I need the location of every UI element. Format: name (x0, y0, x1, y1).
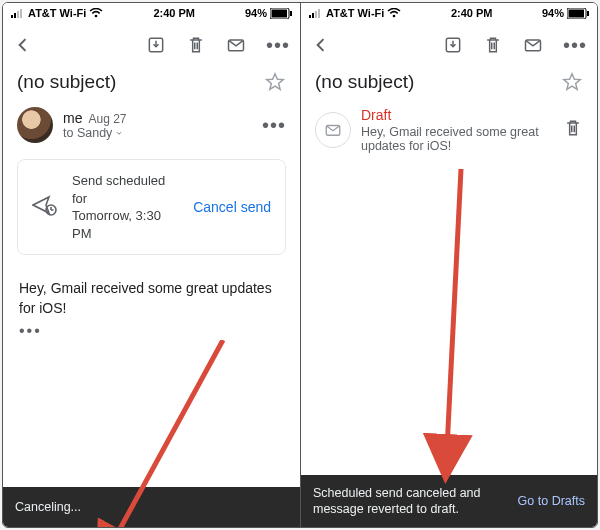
svg-rect-1 (14, 13, 16, 18)
toast-message: Scheduled send canceled and message reve… (313, 485, 518, 518)
battery-label: 94% (542, 7, 564, 19)
schedule-line1: Send scheduled for (72, 172, 179, 207)
toast: Canceling... (3, 487, 300, 527)
status-bar: AT&T Wi-Fi 2:40 PM 94% (3, 3, 300, 23)
more-button[interactable]: ••• (563, 35, 587, 55)
svg-rect-2 (17, 11, 19, 18)
go-to-drafts-button[interactable]: Go to Drafts (518, 493, 585, 509)
schedule-line2: Tomorrow, 3:30 PM (72, 207, 179, 242)
subject-row: (no subject) (3, 67, 300, 101)
star-button[interactable] (264, 71, 286, 93)
pane-scheduled-email: AT&T Wi-Fi 2:40 PM 94% ••• (no subject) (3, 3, 300, 527)
status-bar: AT&T Wi-Fi 2:40 PM 94% (301, 3, 597, 23)
svg-rect-7 (290, 11, 292, 16)
carrier-label: AT&T Wi-Fi (28, 7, 86, 19)
wifi-icon (387, 8, 401, 18)
to-line: to Sandy (63, 126, 112, 140)
svg-point-24 (393, 15, 396, 18)
subject-text: (no subject) (315, 71, 414, 93)
sender-date: Aug 27 (88, 112, 126, 126)
draft-row[interactable]: Draft Hey, Gmail received some great upd… (301, 101, 597, 159)
toast: Scheduled send canceled and message reve… (301, 475, 597, 528)
sender-name: me (63, 110, 82, 126)
subject-text: (no subject) (17, 71, 116, 93)
subject-row: (no subject) (301, 67, 597, 101)
annotation-arrow (301, 159, 598, 489)
time-label: 2:40 PM (153, 7, 195, 19)
draft-label: Draft (361, 107, 553, 123)
envelope-icon (324, 121, 342, 139)
message-more-button[interactable]: ••• (262, 115, 286, 135)
svg-point-4 (95, 15, 98, 18)
draft-snippet: Hey, Gmail received some great updates f… (361, 123, 553, 153)
signal-icon (11, 8, 25, 18)
delete-draft-button[interactable] (563, 118, 583, 142)
message-body: Hey, Gmail received some great updates f… (3, 265, 300, 322)
svg-marker-14 (267, 74, 284, 90)
battery-label: 94% (245, 7, 267, 19)
battery-icon (567, 8, 589, 19)
time-label: 2:40 PM (451, 7, 493, 19)
svg-rect-6 (272, 9, 288, 17)
mark-unread-button[interactable] (226, 35, 246, 55)
back-button[interactable] (13, 35, 33, 55)
nav-bar: ••• (301, 23, 597, 67)
mark-unread-button[interactable] (523, 35, 543, 55)
schedule-send-icon (32, 194, 58, 220)
svg-rect-3 (20, 9, 22, 18)
svg-rect-23 (318, 9, 320, 18)
svg-rect-21 (312, 13, 314, 18)
delete-button[interactable] (186, 35, 206, 55)
svg-rect-26 (569, 9, 585, 17)
cancel-send-button[interactable]: Cancel send (193, 199, 271, 215)
star-button[interactable] (561, 71, 583, 93)
archive-button[interactable] (443, 35, 463, 55)
chevron-down-icon (114, 128, 124, 138)
pane-draft-reverted: AT&T Wi-Fi 2:40 PM 94% ••• (no subject) (300, 3, 597, 527)
show-trimmed-button[interactable]: ••• (3, 322, 300, 340)
svg-rect-20 (309, 15, 311, 18)
avatar[interactable] (17, 107, 53, 143)
svg-line-40 (446, 169, 461, 469)
battery-icon (270, 8, 292, 19)
signal-icon (309, 8, 323, 18)
toast-message: Canceling... (15, 499, 288, 515)
svg-marker-34 (564, 74, 581, 90)
draft-avatar (315, 112, 351, 148)
sender-row: me Aug 27 to Sandy ••• (3, 101, 300, 149)
carrier-label: AT&T Wi-Fi (326, 7, 384, 19)
svg-rect-27 (587, 11, 589, 16)
archive-button[interactable] (146, 35, 166, 55)
back-button[interactable] (311, 35, 331, 55)
more-button[interactable]: ••• (266, 35, 290, 55)
expand-recipients[interactable]: to Sandy (63, 126, 252, 140)
schedule-card: Send scheduled for Tomorrow, 3:30 PM Can… (17, 159, 286, 255)
wifi-icon (89, 8, 103, 18)
svg-rect-22 (315, 11, 317, 18)
svg-rect-0 (11, 15, 13, 18)
nav-bar: ••• (3, 23, 300, 67)
delete-button[interactable] (483, 35, 503, 55)
